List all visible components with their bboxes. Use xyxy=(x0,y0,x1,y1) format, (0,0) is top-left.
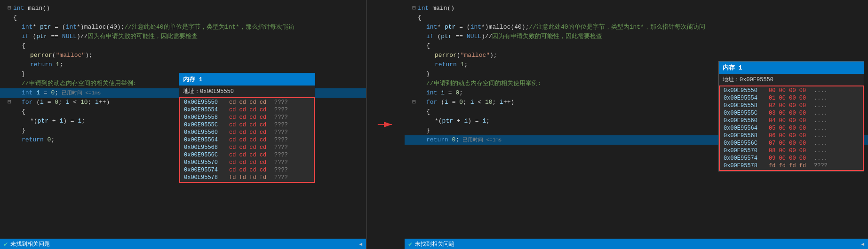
memory-row-addr: 0x00E95570 xyxy=(724,148,766,154)
code-token: NULL xyxy=(467,33,481,40)
code-token: )// xyxy=(77,33,88,40)
memory-row-ascii: ???? xyxy=(814,163,828,169)
memory-row-addr: 0x00E95564 xyxy=(724,125,766,132)
code-token: == xyxy=(48,33,62,40)
code-token: ( xyxy=(32,99,40,106)
memory-row: 0x00E9556004 00 00 00.... xyxy=(720,117,863,124)
line-gutter[interactable]: ⊟ xyxy=(405,98,418,107)
code-token: int xyxy=(22,89,32,96)
memory-row-bytes: 09 00 00 00 xyxy=(769,155,811,162)
code-token: int xyxy=(470,23,481,31)
code-token: int xyxy=(426,89,437,96)
code-token: ptr xyxy=(441,33,452,40)
memory-row-ascii: .... xyxy=(814,117,828,124)
right-memory-rows: 0x00E9555000 00 00 00....0x00E9555401 00… xyxy=(719,86,864,171)
memory-row-addr: 0x00E95558 xyxy=(724,102,766,109)
code-token: = ( xyxy=(51,23,65,31)
code-token: int xyxy=(418,5,429,12)
code-token: ++) xyxy=(503,99,514,106)
memory-row-ascii: ???? xyxy=(274,99,288,106)
code-token: 0 xyxy=(44,136,51,143)
line-content: { xyxy=(418,41,866,51)
memory-row: 0x00E9556405 00 00 00.... xyxy=(720,124,863,132)
code-token: + xyxy=(453,117,464,124)
code-token: { xyxy=(426,108,430,115)
memory-row-addr: 0x00E95550 xyxy=(184,99,226,106)
line-content: if (ptr == NULL)//因为有申请失败的可能性，因此需要检查 xyxy=(418,32,866,41)
left-status-text: 未找到相关问题 xyxy=(10,240,50,248)
memory-row-addr: 0x00E95558 xyxy=(184,114,226,121)
code-token: ++) xyxy=(99,99,110,106)
code-token: *( xyxy=(435,117,442,124)
code-line: return 1; xyxy=(0,60,366,70)
memory-row-bytes: cd cd cd cd xyxy=(229,114,271,121)
code-token: i xyxy=(36,89,40,96)
memory-row: 0x00E9555Ccd cd cd cd???? xyxy=(180,121,314,129)
line-content: int* ptr = (int*)malloc(40);//注意此处40的单位是… xyxy=(418,23,866,32)
memory-row-addr: 0x00E95554 xyxy=(724,95,766,101)
code-token: = xyxy=(445,89,455,96)
memory-row-bytes: fd fd fd fd xyxy=(769,163,811,169)
code-token: } xyxy=(22,127,25,134)
line-content: { xyxy=(418,13,866,23)
memory-row: 0x00E9555401 00 00 00.... xyxy=(720,94,863,102)
memory-row-bytes: cd cd cd cd xyxy=(229,99,271,106)
code-token: //申请到的动态内存空间的相关使用举例: xyxy=(22,80,136,87)
code-token: { xyxy=(426,42,430,49)
code-token: for xyxy=(426,99,437,106)
memory-row: 0x00E95558cd cd cd cd???? xyxy=(180,114,314,121)
memory-row: 0x00E95550cd cd cd cd???? xyxy=(180,99,314,106)
memory-row-ascii: ???? xyxy=(274,137,288,143)
code-token: )// xyxy=(481,33,492,40)
right-scroll-bar[interactable]: ◀ xyxy=(861,241,864,247)
code-token: return xyxy=(426,136,448,143)
line-content: int* ptr = (int*)malloc(40);//注意此处40的单位是… xyxy=(13,23,364,32)
left-scroll-bar[interactable]: ◀ xyxy=(359,241,362,247)
code-line: perror("malloc"); xyxy=(0,51,366,60)
memory-row-ascii: ???? xyxy=(274,107,288,113)
code-token: ptr xyxy=(36,33,47,40)
code-token: *)malloc(40); xyxy=(481,23,529,31)
code-line: ⊟int main() xyxy=(405,4,868,13)
memory-row-bytes: 07 00 00 00 xyxy=(769,140,811,147)
code-token: = xyxy=(40,89,51,96)
right-memory-title: 内存 1 xyxy=(719,62,864,74)
memory-row-ascii: ???? xyxy=(274,152,288,158)
memory-row-ascii: .... xyxy=(814,125,828,132)
memory-row-bytes: 00 00 00 00 xyxy=(769,87,811,94)
code-token: 1 xyxy=(457,61,464,68)
code-token: main() xyxy=(429,5,454,12)
left-status-icon: ✔ xyxy=(4,240,8,248)
memory-row-addr: 0x00E95564 xyxy=(184,137,226,143)
code-token: int xyxy=(13,5,24,12)
memory-row-ascii: .... xyxy=(814,110,828,117)
memory-row-ascii: .... xyxy=(814,102,828,109)
code-token: for xyxy=(22,99,32,106)
memory-row-ascii: ???? xyxy=(274,129,288,136)
code-token: ) = xyxy=(63,117,78,124)
line-content: if (ptr == NULL)//因为有申请失败的可能性，因此需要检查 xyxy=(13,32,364,41)
code-token: ) = xyxy=(468,117,482,124)
memory-row: 0x00E9556C07 00 00 00.... xyxy=(720,140,863,147)
code-token: ; xyxy=(58,99,66,106)
memory-row-ascii: ???? xyxy=(274,144,288,151)
code-token: = ( xyxy=(455,23,470,31)
memory-row: 0x00E9556806 00 00 00.... xyxy=(720,132,863,140)
code-token: } xyxy=(22,70,25,78)
code-token: { xyxy=(13,14,17,21)
memory-row-addr: 0x00E95560 xyxy=(184,129,226,136)
line-gutter[interactable]: ⊟ xyxy=(0,98,13,107)
memory-row-bytes: 02 00 00 00 xyxy=(769,102,811,109)
memory-row: 0x00E95578fd fd fd fd???? xyxy=(720,162,863,170)
arrow-area xyxy=(367,0,405,249)
code-token: ; xyxy=(59,61,63,68)
code-token: *)malloc(40); xyxy=(77,23,124,31)
line-gutter[interactable]: ⊟ xyxy=(0,4,13,13)
memory-row: 0x00E9556Ccd cd cd cd???? xyxy=(180,151,314,159)
memory-row-bytes: 06 00 00 00 xyxy=(769,132,811,139)
code-token: "malloc" xyxy=(461,52,490,59)
memory-row-addr: 0x00E9555C xyxy=(724,110,766,117)
code-token: ; xyxy=(463,99,470,106)
memory-row: 0x00E9555000 00 00 00.... xyxy=(720,87,863,94)
line-gutter[interactable]: ⊟ xyxy=(405,4,418,13)
